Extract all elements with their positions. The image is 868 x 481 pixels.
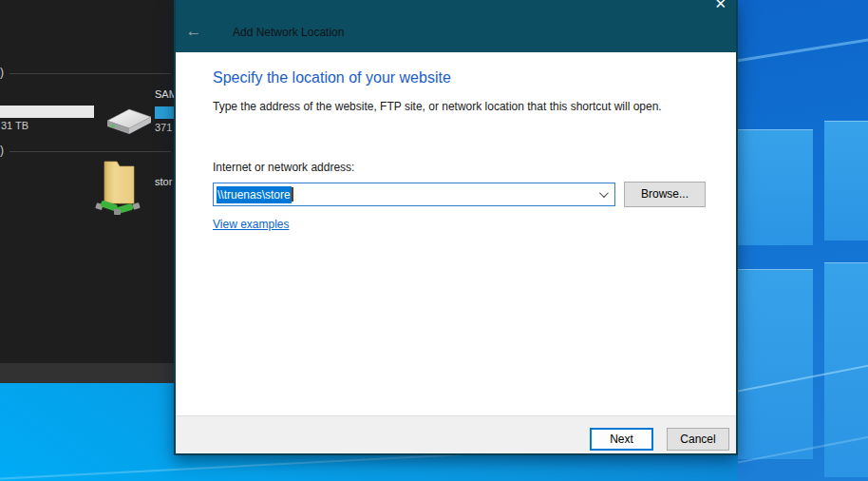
drive-free-space: 31 TB	[1, 120, 28, 131]
close-icon: ✕	[714, 0, 726, 11]
address-combobox[interactable]: \\truenas\store	[213, 183, 615, 206]
wizard-footer: Next Cancel	[176, 415, 736, 453]
network-share-name[interactable]: stor	[155, 176, 172, 187]
windows-pane	[738, 269, 813, 459]
wizard-description: Type the address of the website, FTP sit…	[213, 100, 716, 113]
file-explorer-window: ) 31 TB SAM 371 )	[0, 0, 174, 383]
back-button[interactable]: ←	[183, 22, 204, 41]
group-header-network: )	[0, 144, 4, 157]
network-folder-icon[interactable]	[95, 156, 142, 219]
cancel-button[interactable]: Cancel	[667, 428, 729, 451]
windows-pane	[738, 129, 813, 245]
group-divider	[9, 151, 171, 152]
hard-drive-icon[interactable]	[104, 101, 154, 139]
chevron-down-icon[interactable]	[599, 188, 609, 198]
drive-free-space: 371	[155, 122, 172, 133]
group-divider	[9, 73, 171, 74]
drive-usage-bar	[0, 106, 94, 118]
drive-usage-bar	[155, 106, 174, 119]
browse-button[interactable]: Browse...	[624, 182, 706, 207]
address-selected-text: \\truenas\store	[217, 186, 292, 203]
wallpaper-light-beam	[738, 29, 868, 66]
next-button[interactable]: Next	[590, 428, 653, 451]
add-network-location-wizard: ← Add Network Location ✕ Specify the loc…	[174, 0, 738, 455]
desktop: ) 31 TB SAM 371 )	[0, 0, 868, 481]
text-caret	[292, 187, 293, 202]
close-button[interactable]: ✕	[714, 0, 726, 11]
arrow-left-icon: ←	[186, 22, 202, 40]
group-header-devices: )	[0, 66, 4, 79]
windows-pane	[824, 121, 868, 240]
address-label: Internet or network address:	[213, 161, 354, 174]
wizard-titlebar: ← Add Network Location ✕	[176, 0, 736, 52]
wizard-title: Add Network Location	[233, 26, 344, 39]
wallpaper-light-beam	[0, 451, 513, 480]
wizard-heading: Specify the location of your website	[213, 69, 451, 87]
view-examples-link[interactable]: View examples	[213, 218, 289, 231]
explorer-status-bar	[0, 363, 174, 383]
windows-logo-panes	[738, 0, 868, 481]
